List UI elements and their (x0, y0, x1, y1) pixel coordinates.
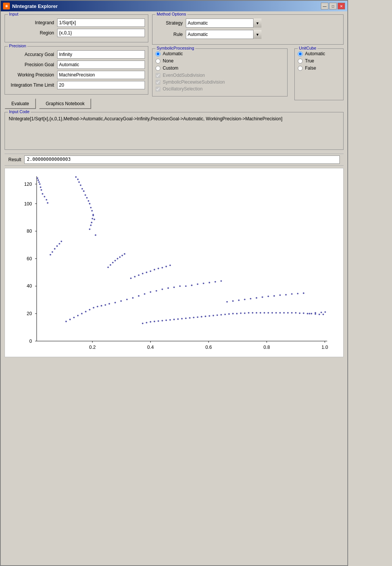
svg-point-65 (101, 305, 102, 306)
svg-point-140 (181, 318, 183, 319)
svg-point-142 (189, 317, 190, 319)
accuracy-goal-label: Accuracy Goal (8, 52, 57, 57)
svg-point-149 (216, 314, 218, 316)
accuracy-goal-input[interactable] (57, 50, 145, 59)
svg-point-170 (299, 313, 300, 314)
svg-point-73 (144, 293, 145, 295)
unitcube-true-radio[interactable] (298, 59, 303, 64)
input-group-label: Input (8, 12, 19, 16)
svg-point-96 (138, 274, 140, 276)
precision-goal-input[interactable] (57, 61, 145, 69)
svg-point-116 (250, 298, 251, 299)
accuracy-goal-row: Accuracy Goal (8, 50, 145, 59)
graphics-notebook-button[interactable]: Graphics Notebook (39, 98, 92, 109)
svg-point-99 (150, 271, 151, 272)
svg-point-74 (150, 291, 151, 293)
svg-point-38 (78, 181, 80, 183)
close-button[interactable]: ✕ (338, 3, 345, 9)
svg-point-109 (208, 282, 210, 283)
symbolic-custom-radio[interactable] (156, 66, 160, 71)
svg-point-166 (283, 312, 285, 314)
result-value: 2.00000000000003 (24, 155, 340, 164)
oscillatory-checkbox[interactable] (156, 87, 160, 92)
unitcube-false-row: False (298, 65, 340, 71)
svg-point-66 (104, 304, 106, 306)
svg-point-141 (185, 317, 187, 319)
evaluate-button[interactable]: Evaluate (5, 98, 36, 109)
minimize-button[interactable]: — (321, 3, 328, 9)
unitcube-false-radio[interactable] (298, 66, 303, 71)
precision-goal-label: Precision Goal (8, 62, 57, 67)
svg-point-81 (51, 251, 53, 253)
svg-point-146 (205, 316, 206, 317)
unitcube-false-label: False (305, 65, 316, 71)
svg-point-87 (110, 264, 111, 266)
symbolic-automatic-radio[interactable] (156, 51, 160, 56)
working-precision-row: Working Precision (8, 71, 145, 79)
svg-point-165 (279, 312, 281, 314)
svg-point-90 (117, 258, 118, 260)
input-code-text: NIntegrate[1/Sqrt[x],{x,0,1},Method->Aut… (9, 115, 339, 122)
oscillatory-label: OscillatorySelection (163, 86, 202, 92)
svg-point-102 (162, 267, 163, 268)
svg-point-133 (154, 321, 155, 322)
svg-text:60: 60 (27, 256, 32, 261)
svg-point-58 (73, 317, 75, 318)
working-precision-input[interactable] (57, 71, 145, 79)
svg-point-111 (220, 280, 222, 282)
svg-point-105 (185, 285, 187, 287)
svg-point-103 (165, 266, 167, 267)
symbolic-custom-row: Custom (156, 65, 284, 71)
svg-point-147 (208, 315, 210, 317)
strategy-select[interactable]: Automatic (186, 19, 261, 28)
svg-point-61 (85, 311, 86, 313)
svg-point-158 (252, 312, 253, 314)
svg-point-122 (285, 294, 287, 295)
svg-point-152 (228, 313, 230, 315)
svg-point-106 (191, 285, 193, 286)
unitcube-automatic-radio[interactable] (298, 51, 303, 56)
svg-point-163 (271, 312, 273, 314)
svg-point-85 (61, 241, 62, 242)
method-options-group: Method Options Strategy Automatic ▼ Rule (152, 14, 344, 45)
svg-point-143 (193, 317, 194, 318)
rule-select[interactable]: Automatic (186, 30, 261, 39)
svg-point-161 (264, 312, 265, 314)
maximize-button[interactable]: □ (329, 3, 337, 9)
svg-point-75 (156, 290, 157, 292)
symbolic-piecewise-checkbox[interactable] (156, 80, 160, 85)
symbolic-unit-row: SymbolicProcessing Automatic None Custom (152, 48, 344, 100)
evenodd-checkbox[interactable] (156, 73, 160, 78)
svg-point-89 (114, 260, 116, 261)
rule-select-wrapper: Automatic ▼ (186, 30, 261, 39)
unitcube-true-label: True (305, 58, 314, 64)
svg-point-40 (81, 188, 83, 190)
svg-point-78 (173, 286, 175, 288)
unitcube-group: UnitCube Automatic True False (294, 48, 344, 100)
svg-point-120 (273, 295, 275, 297)
integration-time-input[interactable] (57, 81, 145, 89)
symbolic-none-radio[interactable] (156, 59, 160, 64)
svg-text:0.2: 0.2 (89, 345, 96, 350)
svg-point-134 (157, 320, 159, 322)
result-label: Result (8, 157, 21, 162)
input-group: Input Integrand Region (5, 14, 148, 42)
symbolic-processing-group: SymbolicProcessing Automatic None Custom (152, 48, 288, 96)
symbolic-processing-label: SymbolicProcessing (156, 46, 195, 50)
symbolic-none-row: None (156, 58, 284, 64)
svg-point-44 (88, 200, 89, 202)
integrand-label: Integrand (8, 20, 57, 25)
integrand-input[interactable] (57, 19, 145, 27)
titlebar-buttons: — □ ✕ (321, 3, 345, 9)
svg-point-53 (91, 222, 92, 223)
svg-point-169 (295, 312, 297, 314)
svg-text:120: 120 (24, 182, 32, 187)
svg-point-107 (197, 283, 198, 285)
symbolic-none-label: None (163, 58, 174, 64)
svg-point-80 (50, 254, 51, 255)
chart-svg: 0 20 40 60 80 100 120 0.2 0.4 0.6 0.8 1.… (5, 168, 343, 357)
strategy-row: Strategy Automatic ▼ (156, 19, 340, 28)
svg-point-93 (124, 253, 125, 255)
region-input[interactable] (57, 29, 145, 37)
symbolic-piecewise-label: SymbolicPiecewiseSubdivision (163, 79, 225, 85)
